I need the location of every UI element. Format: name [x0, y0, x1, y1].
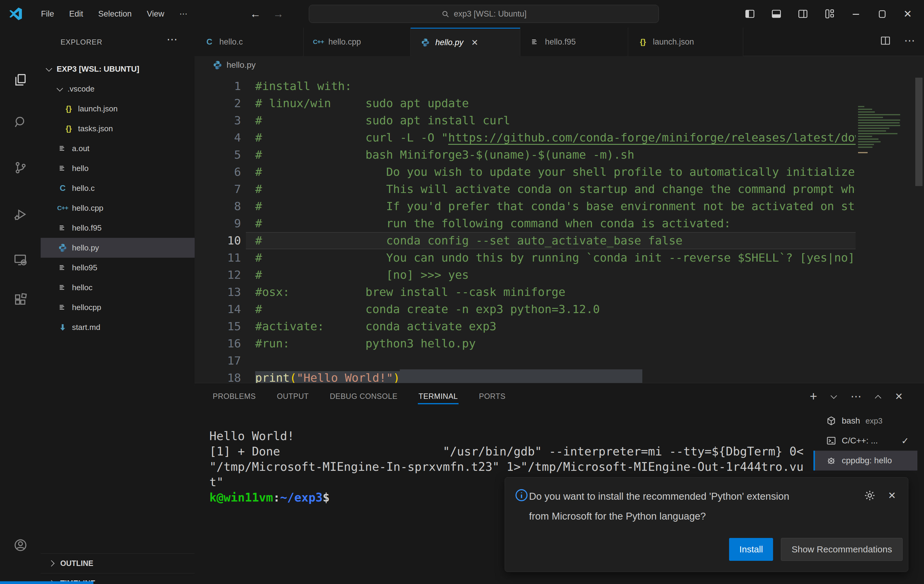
show-recommendations-button[interactable]: Show Recommendations	[781, 538, 903, 561]
accounts-icon[interactable]	[13, 538, 27, 552]
new-terminal-icon[interactable]: +	[810, 389, 817, 404]
editor-scrollbar[interactable]	[915, 78, 922, 186]
tab-hello-f95[interactable]: hello.f95	[520, 28, 628, 56]
command-center-search[interactable]: exp3 [WSL: Ubuntu]	[309, 5, 659, 23]
maximize-icon[interactable]	[877, 8, 888, 19]
close-panel-icon[interactable]: ✕	[895, 391, 903, 402]
code-line-13: 13#osx: brew install --cask miniforge	[195, 284, 856, 301]
panel-tab-terminal[interactable]: TERMINAL	[418, 387, 458, 406]
minimap-line	[858, 122, 899, 123]
tree-item-start-md[interactable]: start.md	[41, 317, 211, 337]
back-arrow-icon[interactable]: ←	[250, 8, 261, 20]
json-file-icon: {}	[638, 37, 648, 47]
check-icon: ✓	[901, 436, 909, 446]
activity-bar	[0, 28, 41, 581]
remote-status-badge[interactable]	[0, 581, 93, 584]
tab-label: hello.c	[219, 37, 243, 47]
tree-item-hellocpp[interactable]: hellocpp	[41, 298, 211, 317]
panel-tab-output[interactable]: OUTPUT	[276, 387, 309, 406]
tree-item-label: hello.cpp	[72, 204, 103, 213]
title-bar: FileEditSelectionView⋯ ← → exp3 [WSL: Ub…	[0, 0, 924, 28]
vscode-window: FileEditSelectionView⋯ ← → exp3 [WSL: Ub…	[0, 0, 924, 584]
tab-label: hello.py	[436, 38, 464, 47]
forward-arrow-icon[interactable]: →	[273, 8, 284, 20]
panel-tab-problems[interactable]: PROBLEMS	[212, 387, 256, 406]
terminal-dropdown-icon[interactable]	[831, 392, 837, 398]
file-file-icon	[58, 263, 68, 273]
close-window-icon[interactable]: ✕	[904, 8, 912, 20]
tree-item-hello-f95[interactable]: hello.f95	[41, 218, 211, 238]
code-line-10: 10# conda config --set auto_activate_bas…	[195, 232, 856, 249]
remote-explorer-icon[interactable]	[13, 253, 27, 267]
minimap[interactable]	[856, 76, 914, 383]
tree-item-a-out[interactable]: a.out	[41, 138, 211, 158]
source-control-icon[interactable]	[13, 161, 27, 174]
tree-item-label: a.out	[72, 144, 89, 153]
explorer-title: EXPLORER	[61, 38, 102, 46]
python-file-icon	[213, 60, 222, 70]
section-label: OUTLINE	[60, 559, 93, 568]
notification-close-icon[interactable]: ✕	[888, 490, 896, 501]
sidebar-section-outline[interactable]: OUTLINE	[41, 553, 195, 573]
tree-item-label: hello.f95	[72, 224, 102, 233]
toggle-secondary-sidebar-icon[interactable]	[797, 8, 808, 19]
split-editor-icon[interactable]	[880, 35, 891, 46]
explorer-more-actions-icon[interactable]: ⋯	[167, 33, 177, 46]
maximize-panel-icon[interactable]	[875, 395, 881, 401]
minimap-line	[858, 146, 873, 148]
panel-more-actions-icon[interactable]: ⋯	[850, 390, 861, 403]
terminal-list-item-cppdbg-hello[interactable]: cppdbg: hello	[813, 451, 917, 470]
tree-item-hello-c[interactable]: Chello.c	[41, 178, 211, 198]
tab-launch-json[interactable]: {}launch.json	[628, 28, 743, 56]
code-line-3: 3# sudo apt install curl	[195, 112, 856, 129]
tree-item-label: hello.c	[72, 184, 95, 193]
tabbar-actions: ⋯	[880, 34, 915, 47]
extensions-icon[interactable]	[13, 293, 27, 307]
tree-item-label: .vscode	[68, 84, 95, 94]
menu-more-icon[interactable]: ⋯	[174, 7, 193, 21]
code-line-12: 12# [no] >>> yes	[195, 267, 856, 284]
line-number: 3	[202, 112, 241, 129]
tree-item-hello-cpp[interactable]: C++hello.cpp	[41, 198, 211, 218]
panel-tab-debug-console[interactable]: DEBUG CONSOLE	[329, 387, 398, 406]
terminal-list-item-c-c-[interactable]: C/C++: ...✓	[813, 431, 917, 451]
tab-hello-c[interactable]: Chello.c	[195, 28, 304, 56]
tree-item-root[interactable]: EXP3 [WSL: UBUNTU]	[41, 59, 201, 79]
customize-layout-icon[interactable]	[824, 8, 835, 19]
search-icon[interactable]	[13, 115, 27, 129]
close-tab-icon[interactable]: ✕	[471, 38, 478, 48]
tab-hello-py[interactable]: hello.py✕	[411, 28, 520, 56]
explorer-icon[interactable]	[13, 73, 27, 87]
tree-item-helloc[interactable]: helloc	[41, 278, 211, 298]
menu-edit[interactable]: Edit	[64, 7, 89, 21]
tree-item-tasks-json[interactable]: {}tasks.json	[41, 118, 218, 138]
editor-more-actions-icon[interactable]: ⋯	[904, 34, 915, 47]
run-and-debug-icon[interactable]	[13, 208, 27, 222]
tree-item-hello[interactable]: hello	[41, 158, 211, 178]
tree-item-label: EXP3 [WSL: UBUNTU]	[57, 64, 139, 74]
panel-tab-ports[interactable]: PORTS	[478, 387, 506, 406]
editor-tab-bar: Chello.cC++hello.cpphello.py✕hello.f95{}…	[195, 28, 924, 56]
install-button[interactable]: Install	[729, 538, 773, 561]
tab-hello-cpp[interactable]: C++hello.cpp	[304, 28, 411, 56]
notification-settings-icon[interactable]	[864, 489, 876, 502]
tree-item-hello95[interactable]: hello95	[41, 258, 211, 278]
terminal-list-item-bash[interactable]: bashexp3	[813, 411, 917, 431]
tree-item-hello-py[interactable]: hello.py	[41, 238, 211, 258]
menu-view[interactable]: View	[141, 7, 170, 21]
menu-file[interactable]: File	[36, 7, 59, 21]
search-text: exp3 [WSL: Ubuntu]	[454, 9, 526, 19]
json-file-icon: {}	[64, 123, 74, 134]
breadcrumb[interactable]: hello.py	[213, 60, 256, 70]
menu-selection[interactable]: Selection	[93, 7, 137, 21]
tree-item--vscode[interactable]: .vscode	[41, 79, 211, 99]
minimap-line	[858, 109, 872, 110]
line-number: 16	[202, 335, 241, 352]
toggle-sidebar-icon[interactable]	[744, 8, 755, 19]
toggle-panel-icon[interactable]	[771, 8, 782, 19]
code-editor[interactable]: 1#install with:2# linux/win sudo apt upd…	[195, 76, 856, 383]
minimize-icon[interactable]	[850, 8, 861, 19]
minimap-line	[858, 136, 872, 137]
tree-item-launch-json[interactable]: {}launch.json	[41, 99, 218, 118]
minimap-line	[858, 133, 898, 134]
